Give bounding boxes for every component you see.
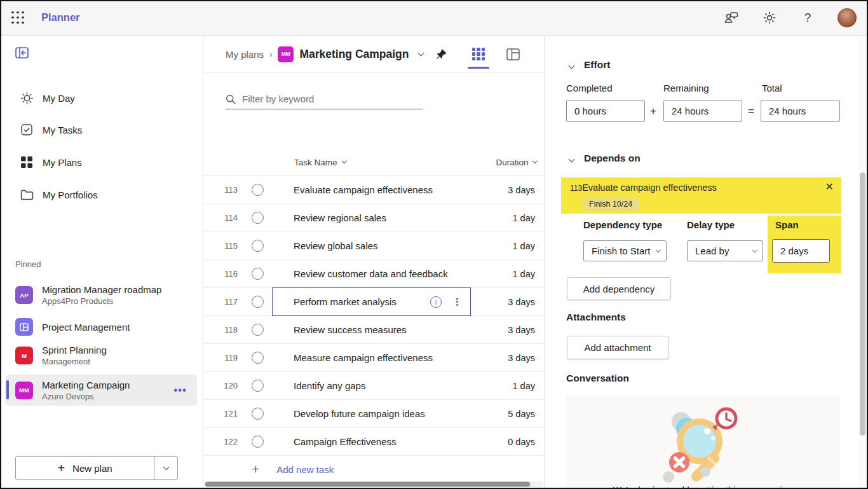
add-attachment-button[interactable]: Add attachment bbox=[567, 336, 668, 359]
plan-tile: AP bbox=[15, 286, 33, 304]
sort-chevron-icon bbox=[341, 158, 346, 163]
task-name-cell[interactable]: Review success measures bbox=[294, 324, 407, 335]
selected-task-cell[interactable]: Perform market analysis i ⋮ bbox=[272, 287, 471, 316]
task-duration-cell[interactable]: 3 days bbox=[508, 325, 544, 335]
dependency-type-dropdown[interactable]: Finish to Start bbox=[583, 240, 667, 261]
table-row: 118 Review success measures 3 days bbox=[203, 316, 544, 344]
task-name-cell[interactable]: Perform market analysis bbox=[294, 296, 397, 307]
table-row: 113 Evaluate campaign effectiveness 3 da… bbox=[203, 176, 544, 204]
task-id: 115 bbox=[210, 241, 238, 251]
plan-title: Marketing Campaign bbox=[42, 379, 130, 391]
column-header-task-name[interactable]: Task Name bbox=[294, 158, 346, 167]
column-header-duration[interactable]: Duration bbox=[496, 158, 544, 167]
span-label: Span bbox=[775, 219, 799, 230]
task-duration-cell[interactable]: 1 day bbox=[513, 381, 544, 391]
task-name-cell[interactable]: Evaluate campaign effectiveness bbox=[294, 184, 433, 195]
app-title: Planner bbox=[41, 11, 80, 24]
delay-type-dropdown[interactable]: Lead by bbox=[687, 240, 763, 261]
board-view-icon[interactable] bbox=[506, 48, 520, 60]
task-duration-cell[interactable]: 1 day bbox=[513, 241, 544, 251]
dependency-title: 113Evaluate campaign effectiveness bbox=[570, 183, 717, 193]
total-hours-field[interactable]: 24 hours bbox=[761, 100, 840, 122]
task-name-cell[interactable]: Measure campaign effectiveness bbox=[294, 352, 433, 363]
pinned-plan-marketing-campaign[interactable]: MM Marketing Campaign Azure Devops ••• bbox=[5, 375, 197, 406]
completed-hours-field[interactable]: 0 hours bbox=[566, 100, 645, 122]
add-new-task-button[interactable]: + Add new task bbox=[203, 455, 544, 483]
task-duration-cell[interactable]: 3 days bbox=[508, 297, 544, 307]
plan-tile: MM bbox=[278, 46, 294, 62]
more-options-icon[interactable]: ••• bbox=[173, 384, 187, 397]
table-row: 114 Review regional sales 1 day bbox=[203, 204, 544, 232]
breadcrumb-my-plans[interactable]: My plans bbox=[226, 49, 264, 60]
new-plan-button[interactable]: + New plan bbox=[15, 456, 178, 480]
complete-task-circle[interactable] bbox=[252, 408, 264, 420]
sidebar-item-my-plans[interactable]: My Plans bbox=[0, 152, 203, 172]
task-name-cell[interactable]: Review customer data and feedback bbox=[294, 268, 448, 279]
magnifier-clock-illustration-icon bbox=[566, 396, 839, 489]
chevron-down-icon bbox=[655, 247, 660, 252]
complete-task-circle[interactable] bbox=[252, 240, 264, 252]
complete-task-circle[interactable] bbox=[252, 212, 264, 224]
vertical-scrollbar-thumb[interactable] bbox=[860, 172, 865, 436]
kebab-menu-icon[interactable]: ⋮ bbox=[452, 297, 462, 306]
pin-icon[interactable] bbox=[436, 49, 447, 60]
complete-task-circle[interactable] bbox=[252, 324, 264, 336]
task-id: 120 bbox=[210, 381, 238, 390]
effort-section-header: Effort bbox=[569, 59, 610, 71]
task-name-cell[interactable]: Review regional sales bbox=[294, 212, 386, 223]
task-duration-cell[interactable]: 3 days bbox=[508, 353, 544, 363]
span-field[interactable]: 2 days bbox=[772, 239, 830, 263]
collapse-chevron-icon[interactable] bbox=[569, 62, 575, 69]
horizontal-scrollbar-thumb[interactable] bbox=[205, 481, 531, 487]
search-icon bbox=[226, 94, 236, 104]
avatar[interactable] bbox=[837, 8, 857, 27]
sidebar-item-my-portfolios[interactable]: My Portfolios bbox=[0, 184, 203, 205]
complete-task-circle[interactable] bbox=[252, 268, 264, 280]
depends-on-section-header: Depends on bbox=[569, 153, 641, 164]
table-row: 122 Campaign Effectiveness 0 days bbox=[203, 428, 544, 456]
complete-task-circle[interactable] bbox=[252, 296, 264, 308]
feedback-icon[interactable] bbox=[723, 10, 740, 26]
task-duration-cell[interactable]: 1 day bbox=[513, 213, 544, 223]
horizontal-scrollbar[interactable] bbox=[205, 481, 543, 487]
pinned-plan-project-management[interactable]: Project Management bbox=[5, 313, 197, 341]
complete-task-circle[interactable] bbox=[252, 436, 264, 448]
task-name-cell[interactable]: Review global sales bbox=[294, 240, 378, 251]
complete-task-circle[interactable] bbox=[252, 380, 264, 392]
task-duration-cell[interactable]: 0 days bbox=[508, 437, 544, 447]
task-duration-cell[interactable]: 1 day bbox=[513, 269, 544, 279]
new-plan-dropdown[interactable] bbox=[154, 457, 177, 479]
sidebar-item-label: My Day bbox=[43, 93, 75, 104]
equals-operator: = bbox=[748, 105, 754, 118]
task-duration-cell[interactable]: 5 days bbox=[508, 409, 544, 419]
attachments-heading: Attachments bbox=[566, 312, 626, 323]
plus-icon: + bbox=[57, 461, 65, 476]
settings-icon[interactable] bbox=[761, 10, 778, 26]
table-row: 120 Identify any gaps 1 day bbox=[203, 372, 544, 400]
pinned-plan-sprint-planning[interactable]: M Sprint Planning Management bbox=[5, 340, 197, 371]
chevron-down-icon[interactable] bbox=[417, 50, 424, 56]
collapse-sidebar-icon[interactable] bbox=[15, 47, 29, 59]
breadcrumb: My plans › MM Marketing Campaign bbox=[203, 36, 544, 73]
waffle-icon[interactable] bbox=[10, 10, 26, 26]
info-icon[interactable]: i bbox=[430, 296, 442, 308]
add-dependency-button[interactable]: Add dependency bbox=[567, 277, 671, 300]
task-name-cell[interactable]: Develop future campaign ideas bbox=[294, 408, 425, 419]
grid-view-icon[interactable] bbox=[472, 48, 485, 60]
complete-task-circle[interactable] bbox=[252, 352, 264, 364]
pinned-plan-migration-manager[interactable]: AP Migration Manager roadmap Apps4Pro Pr… bbox=[5, 280, 197, 310]
sidebar-item-my-tasks[interactable]: My Tasks bbox=[0, 120, 203, 140]
task-name-cell[interactable]: Identify any gaps bbox=[294, 380, 365, 391]
close-icon[interactable]: ✕ bbox=[825, 181, 834, 193]
my-portfolios-icon bbox=[20, 189, 34, 200]
sidebar-item-my-day[interactable]: My Day bbox=[0, 88, 203, 108]
remaining-hours-field[interactable]: 24 hours bbox=[663, 100, 742, 122]
my-plans-icon bbox=[20, 156, 34, 168]
vertical-scrollbar[interactable] bbox=[858, 36, 867, 489]
filter-input[interactable] bbox=[242, 93, 423, 104]
complete-task-circle[interactable] bbox=[252, 184, 264, 196]
collapse-chevron-icon[interactable] bbox=[569, 156, 575, 162]
help-icon[interactable]: ? bbox=[799, 10, 816, 26]
task-name-cell[interactable]: Campaign Effectiveness bbox=[294, 436, 396, 447]
task-duration-cell[interactable]: 3 days bbox=[508, 185, 544, 195]
